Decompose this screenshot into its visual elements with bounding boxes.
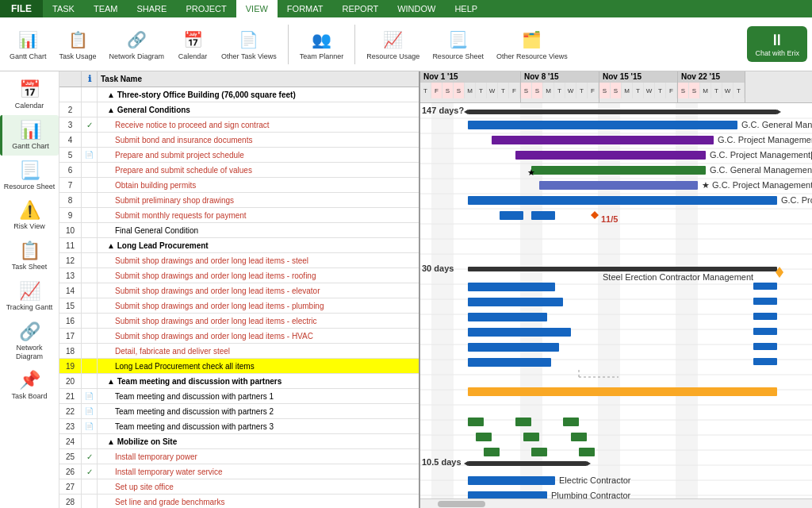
network-diagram-icon: 🔗 [124,27,149,52]
menu-view[interactable]: VIEW [236,0,278,17]
menu-task[interactable]: TASK [43,0,84,17]
col-id-header [59,71,82,87]
table-row[interactable]: 11 ▲ Long Lead Procurement [59,238,419,253]
toolbar-task-usage[interactable]: 📋 Task Usage [55,25,102,63]
day-cell: T [476,83,487,98]
toolbar-other-task-views[interactable]: 📄 Other Task Views [216,25,282,63]
sidebar-item-risk-view[interactable]: ⚠️ Risk View [0,195,59,236]
sidebar-task-board-label: Task Board [11,392,47,401]
row-id: 21 [59,389,82,403]
toolbar-gantt-chart[interactable]: 📊 Gantt Chart [5,25,52,63]
table-row[interactable]: 21 📄 Team meeting and discussion with pa… [59,389,419,404]
svg-rect-34 [492,136,714,144]
svg-rect-64 [753,358,777,365]
row-task-name: ▲ Long Lead Procurement [98,238,419,252]
menu-share[interactable]: SHARE [127,0,176,17]
table-row[interactable]: 3 ✓ Receive notice to proceed and sign c… [59,117,419,133]
menu-project[interactable]: PROJECT [176,0,236,17]
table-row[interactable]: 4 Submit bond and insurance documents [59,133,419,148]
sidebar-item-network-diagram[interactable]: 🔗 Network Diagram [0,317,59,366]
row-task-name: Submit preliminary shop drawings [98,193,419,207]
svg-rect-41 [539,181,698,190]
table-row[interactable]: 2 ▲ General Conditions [59,102,419,117]
row-task-name: Team meeting and discussion with partner… [98,419,419,433]
row-task-name: Submit shop drawings and order long lead… [98,314,419,328]
table-row[interactable]: 17 Submit shop drawings and order long l… [59,329,419,344]
svg-rect-61 [468,343,559,352]
col-info-header: ℹ [82,71,98,87]
svg-rect-46 [531,211,555,220]
toolbar-network-label: Network Diagram [109,52,165,61]
day-cell: M [543,83,554,98]
day-cell: F [431,83,442,98]
toolbar-team-planner[interactable]: 👥 Team Planner [295,25,349,63]
col-name-header: Task Name [98,71,419,87]
menu-team[interactable]: TEAM [84,0,128,17]
table-row[interactable]: 28 Set line and grade benchmarks [59,495,419,508]
row-flag: ✓ [82,464,98,479]
menu-report[interactable]: REPORT [332,0,388,17]
table-row[interactable]: 22 📄 Team meeting and discussion with pa… [59,404,419,419]
toolbar-calendar[interactable]: 📅 Calendar [172,25,213,63]
day-cell: S [678,83,689,98]
table-row[interactable]: 6 Prepare and submit schedule of values [59,163,419,178]
table-row[interactable]: 18 Detail, fabricate and deliver steel [59,344,419,359]
toolbar-resource-sheet-label: Resource Sheet [432,52,484,61]
table-row[interactable]: 26 ✓ Install temporary water service [59,464,419,479]
row-task-name: Submit bond and insurance documents [98,133,419,147]
menu-help[interactable]: HELP [445,0,487,17]
menu-window[interactable]: WINDOW [388,0,445,17]
chat-icon: ⏸ [769,31,785,49]
table-row[interactable]: 25 ✓ Install temporary power [59,449,419,464]
table-row[interactable]: 19 Long Lead Procurement check all items [59,359,419,374]
file-menu[interactable]: FILE [0,0,43,17]
toolbar-separator-1 [288,25,289,64]
table-row[interactable]: 15 Submit shop drawings and order long l… [59,298,419,314]
table-row[interactable]: 24 ▲ Mobilize on Site [59,434,419,449]
sidebar-item-gantt-chart[interactable]: 📊 Gantt Chart [0,115,59,156]
table-row[interactable]: 16 Submit shop drawings and order long l… [59,314,419,329]
row-id: 27 [59,479,82,494]
gantt-scroll-thumb[interactable] [438,501,485,507]
menu-format[interactable]: FORMAT [278,0,333,17]
table-row[interactable]: 9 Submit monthly requests for payment [59,208,419,223]
table-row[interactable]: 27 Set up site office [59,479,419,495]
svg-text:10.5 days: 10.5 days [422,457,462,467]
row-id: 2 [59,102,82,117]
row-flag [82,298,98,313]
sidebar-risk-label: Risk View [13,222,44,231]
day-cell: T [576,83,588,98]
sidebar-item-task-board[interactable]: 📌 Task Board [0,365,59,406]
table-row[interactable]: 10 Final General Condition [59,223,419,238]
sidebar-item-resource-sheet[interactable]: 📃 Resource Sheet [0,156,59,196]
table-row[interactable]: 12 Submit shop drawings and order long l… [59,253,419,268]
row-flag [82,208,98,222]
table-row[interactable]: 20 ▲ Team meeting and discussion with pa… [59,374,419,389]
row-id: 9 [59,208,82,222]
table-row[interactable]: 7 Obtain building permits [59,178,419,193]
toolbar-network-diagram[interactable]: 🔗 Network Diagram [105,25,170,63]
sidebar-item-task-sheet[interactable]: 📋 Task Sheet [0,236,59,276]
svg-rect-70 [563,418,579,426]
table-row[interactable]: 5 📄 Prepare and submit project schedule [59,148,419,163]
svg-text:★ G.C. Project Management[50%]: ★ G.C. Project Management[50%],G.C Procu… [702,180,812,190]
row-task-name: Set line and grade benchmarks [98,495,419,508]
table-row[interactable]: 8 Submit preliminary shop drawings [59,193,419,208]
gantt-horizontal-scrollbar[interactable] [420,498,812,508]
row-id: 18 [59,344,82,358]
sidebar-item-calendar[interactable]: 📅 Calendar [0,75,59,115]
gantt-chart-area: Nov 1 '15 T F S S M T W T F [420,71,812,508]
row-id: 4 [59,133,82,147]
row-flag [82,193,98,207]
table-row[interactable]: 13 Submit shop drawings and order long l… [59,268,419,283]
table-row[interactable]: 23 📄 Team meeting and discussion with pa… [59,419,419,434]
toolbar-resource-sheet[interactable]: 📃 Resource Sheet [427,25,488,63]
table-row[interactable]: 14 Submit shop drawings and order long l… [59,283,419,298]
sidebar-item-tracking-gantt[interactable]: 📈 Tracking Gantt [0,276,59,317]
svg-marker-31 [777,110,781,114]
toolbar-other-resource-views[interactable]: 🗂️ Other Resource Views [492,25,573,63]
chat-with-erix-button[interactable]: ⏸ Chat with Erix [747,26,807,62]
table-row[interactable]: ▲ Three-story Office Building (76,000 sq… [59,87,419,102]
row-flag: ✓ [82,449,98,464]
toolbar-resource-usage[interactable]: 📈 Resource Usage [362,25,424,63]
